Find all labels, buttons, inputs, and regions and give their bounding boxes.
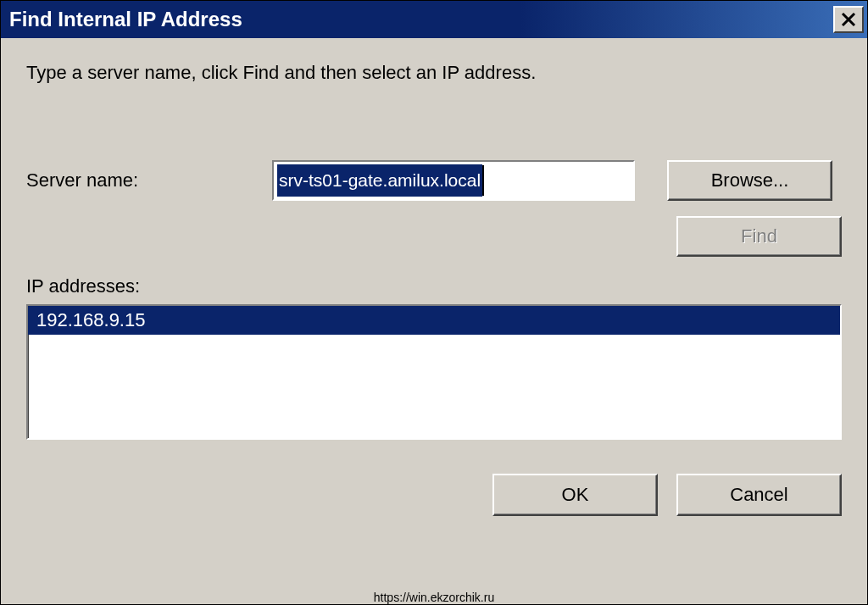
button-row: OK Cancel bbox=[26, 474, 842, 516]
ip-addresses-label: IP addresses: bbox=[26, 275, 842, 297]
dialog-window: Find Internal IP Address Type a server n… bbox=[0, 0, 868, 605]
ip-address-list[interactable]: 192.168.9.15 bbox=[26, 304, 842, 440]
ip-list-item[interactable]: 192.168.9.15 bbox=[28, 306, 840, 335]
window-title: Find Internal IP Address bbox=[9, 8, 242, 31]
server-name-selected-text: srv-ts01-gate.amilux.local bbox=[277, 164, 482, 197]
close-button[interactable] bbox=[833, 6, 864, 33]
instruction-text: Type a server name, click Find and then … bbox=[26, 62, 842, 84]
cancel-button[interactable]: Cancel bbox=[676, 474, 842, 516]
server-row: Server name: srv-ts01-gate.amilux.local … bbox=[26, 160, 842, 201]
close-icon bbox=[840, 11, 857, 28]
server-name-label: Server name: bbox=[26, 169, 272, 191]
watermark-text: https://win.ekzorchik.ru bbox=[374, 591, 494, 604]
ok-button[interactable]: OK bbox=[492, 474, 658, 516]
titlebar: Find Internal IP Address bbox=[1, 1, 867, 38]
text-caret bbox=[482, 165, 484, 196]
find-button[interactable]: Find bbox=[676, 216, 842, 257]
find-row: Find bbox=[26, 216, 842, 257]
browse-button[interactable]: Browse... bbox=[667, 160, 832, 201]
content-area: Type a server name, click Find and then … bbox=[1, 38, 867, 604]
server-name-input[interactable]: srv-ts01-gate.amilux.local bbox=[272, 160, 635, 201]
